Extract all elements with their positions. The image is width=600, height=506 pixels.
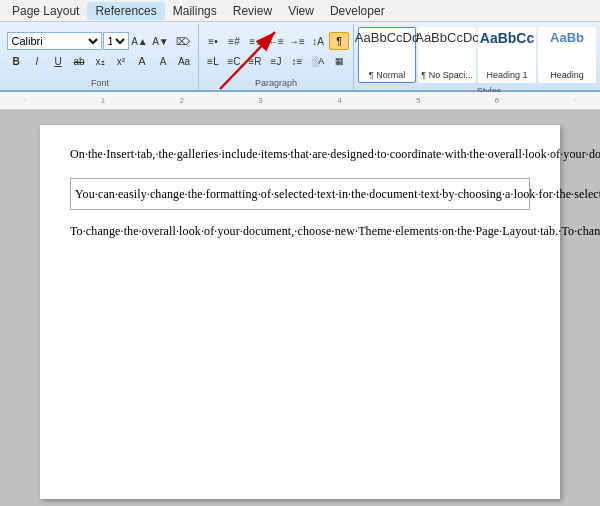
font-name-select[interactable]: Calibri [7, 32, 102, 50]
style-heading1-label: Heading 1 [486, 70, 527, 80]
borders-btn[interactable]: ▦ [329, 52, 349, 70]
strikethrough-btn[interactable]: ab [69, 52, 89, 70]
font-section: Calibri 12 A▲ A▼ ⌦ B I U ab x₂ x² [2, 24, 199, 90]
style-heading-preview: AaBb [550, 31, 584, 44]
clear-format-btn[interactable]: ⌦ [172, 32, 194, 50]
paragraph-section-label: Paragraph [203, 76, 349, 88]
style-normal-label: ¶ Normal [369, 70, 405, 80]
menu-review[interactable]: Review [225, 2, 280, 20]
highlight-color-btn[interactable]: A [153, 52, 173, 70]
align-center-btn[interactable]: ≡C [224, 52, 244, 70]
ruler: · 1 2 3 4 5 6 · [0, 92, 600, 110]
text-color-btn[interactable]: A [132, 52, 152, 70]
font-size-select[interactable]: 12 [103, 32, 129, 50]
style-nospacing-label: ¶ No Spaci... [421, 70, 472, 80]
multilevel-list-btn[interactable]: ≡↓ [245, 32, 265, 50]
font-section-label: Font [6, 76, 194, 88]
menu-references[interactable]: References [87, 2, 164, 20]
align-right-btn[interactable]: ≡R [245, 52, 265, 70]
underline-btn[interactable]: U [48, 52, 68, 70]
paragraph-2: You·can·easily·change·the·formatting·of·… [75, 185, 525, 204]
menu-bar: Page Layout References Mailings Review V… [0, 0, 600, 22]
style-heading-label: Heading [550, 70, 584, 80]
shading-btn[interactable]: ░A [308, 52, 328, 70]
paragraph-section: ≡• ≡# ≡↓ ←≡ →≡ ↕A ¶ ≡L ≡C ≡R ≡J ↕≡ ░A ▦ [199, 24, 354, 90]
menu-mailings[interactable]: Mailings [165, 2, 225, 20]
sort-btn[interactable]: ↕A [308, 32, 328, 50]
bold-btn[interactable]: B [6, 52, 26, 70]
superscript-btn[interactable]: x² [111, 52, 131, 70]
menu-view[interactable]: View [280, 2, 322, 20]
subscript-btn[interactable]: x₂ [90, 52, 110, 70]
styles-section: AaBbCcDd ¶ Normal AaBbCcDc ¶ No Spaci...… [354, 24, 600, 90]
style-normal-preview: AaBbCcDd [355, 31, 419, 44]
style-heading1[interactable]: AaBbCc Heading 1 [478, 27, 536, 83]
align-left-btn[interactable]: ≡L [203, 52, 223, 70]
style-normal[interactable]: AaBbCcDd ¶ Normal [358, 27, 416, 83]
font-grow-btn[interactable]: A▲ [130, 32, 150, 50]
style-heading[interactable]: AaBb Heading [538, 27, 596, 83]
bullets-btn[interactable]: ≡• [203, 32, 223, 50]
paragraph-3: To·change·the·overall·look·of·your·docum… [70, 222, 530, 241]
font-aa-btn[interactable]: Aa [174, 52, 194, 70]
italic-btn[interactable]: I [27, 52, 47, 70]
menu-developer[interactable]: Developer [322, 2, 393, 20]
numbering-btn[interactable]: ≡# [224, 32, 244, 50]
show-para-btn[interactable]: ¶ [329, 32, 349, 50]
justify-btn[interactable]: ≡J [266, 52, 286, 70]
increase-indent-btn[interactable]: →≡ [287, 32, 307, 50]
style-nospacing[interactable]: AaBbCcDc ¶ No Spaci... [418, 27, 476, 83]
style-heading1-preview: AaBbCc [480, 31, 534, 45]
document-page[interactable]: On·the·Insert·tab,·the·galleries·include… [40, 125, 560, 499]
font-shrink-btn[interactable]: A▼ [151, 32, 171, 50]
menu-page-layout[interactable]: Page Layout [4, 2, 87, 20]
ribbon: Calibri 12 A▲ A▼ ⌦ B I U ab x₂ x² [0, 22, 600, 92]
line-spacing-btn[interactable]: ↕≡ [287, 52, 307, 70]
paragraph-1: On·the·Insert·tab,·the·galleries·include… [70, 145, 530, 164]
decrease-indent-btn[interactable]: ←≡ [266, 32, 286, 50]
style-nospacing-preview: AaBbCcDc [415, 31, 479, 44]
document-area: On·the·Insert·tab,·the·galleries·include… [0, 110, 600, 506]
